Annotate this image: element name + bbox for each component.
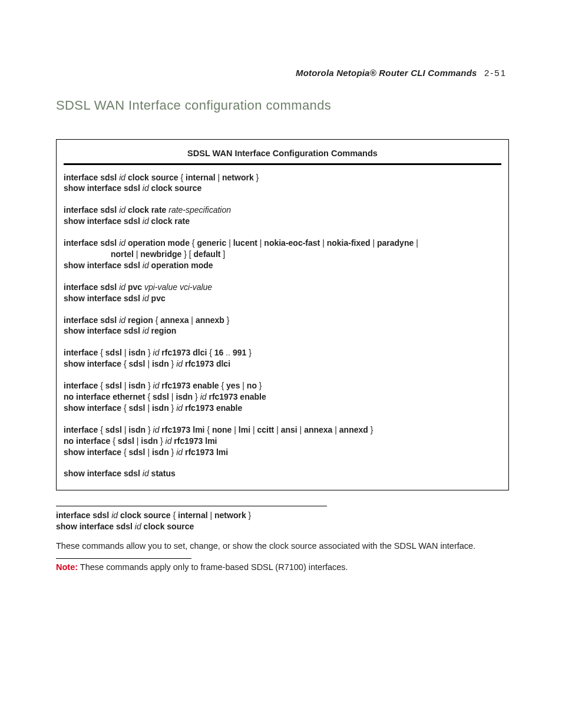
note-label: Note:	[56, 562, 78, 572]
command-group: interface { sdsl | isdn } id rfc1973 ena…	[64, 380, 501, 414]
command-line: interface sdsl id clock source { interna…	[64, 172, 501, 183]
note-rule	[56, 558, 191, 559]
command-line: show interface { sdsl | isdn } id rfc197…	[64, 447, 501, 458]
command-group: interface sdsl id clock rate rate-specif…	[64, 205, 501, 227]
running-header: Motorola Netopia® Router CLI Commands 2-…	[56, 68, 509, 78]
command-line: interface sdsl id pvc vpi-value vci-valu…	[64, 282, 501, 293]
command-line: show interface { sdsl | isdn } id rfc197…	[64, 403, 501, 414]
command-line: show interface { sdsl | isdn } id rfc197…	[64, 358, 501, 370]
command-group: interface { sdsl | isdn } id rfc1973 lmi…	[64, 424, 501, 458]
command-line: interface sdsl id region { annexa | anne…	[64, 315, 501, 326]
note-line: Note: These commands apply only to frame…	[56, 562, 509, 572]
subsection-command-lines: interface sdsl id clock source { interna…	[56, 510, 509, 532]
command-line: show interface sdsl id region	[64, 325, 501, 337]
command-group: show interface sdsl id status	[64, 468, 501, 479]
command-groups: interface sdsl id clock source { interna…	[64, 172, 501, 480]
subsection-rule	[56, 506, 327, 506]
subsection-command-line: show interface sdsl id clock source	[56, 521, 509, 532]
command-group: interface sdsl id pvc vpi-value vci-valu…	[64, 282, 501, 304]
subsection-description: These commands allow you to set, change,…	[56, 541, 509, 552]
box-title: SDSL WAN Interface Configuration Command…	[64, 148, 501, 160]
page-number: 2-51	[484, 68, 507, 78]
command-line: show interface sdsl id operation mode	[64, 260, 501, 271]
section-heading: SDSL WAN Interface configuration command…	[56, 98, 509, 113]
command-line: interface { sdsl | isdn } id rfc1973 lmi…	[64, 424, 501, 436]
box-title-rule	[64, 163, 501, 165]
command-line: no interface ethernet { sdsl | isdn } id…	[64, 391, 501, 403]
subsection-command-line: interface sdsl id clock source { interna…	[56, 510, 509, 521]
command-group: interface { sdsl | isdn } id rfc1973 dlc…	[64, 347, 501, 370]
command-line: nortel | newbridge } [ default ]	[64, 249, 501, 260]
command-line: show interface sdsl id status	[64, 468, 501, 479]
command-line: interface { sdsl | isdn } id rfc1973 ena…	[64, 380, 501, 391]
command-line: show interface sdsl id clock rate	[64, 216, 501, 227]
command-line: show interface sdsl id clock source	[64, 183, 501, 194]
command-group: interface sdsl id operation mode { gener…	[64, 238, 501, 271]
command-line: interface { sdsl | isdn } id rfc1973 dlc…	[64, 347, 501, 358]
command-line: interface sdsl id clock rate rate-specif…	[64, 205, 501, 216]
command-line: no interface { sdsl | isdn } id rfc1973 …	[64, 436, 501, 447]
command-line: interface sdsl id operation mode { gener…	[64, 238, 501, 249]
running-head-title: Motorola Netopia® Router CLI Commands	[296, 68, 477, 78]
command-summary-box: SDSL WAN Interface Configuration Command…	[56, 139, 509, 490]
command-line: show interface sdsl id pvc	[64, 293, 501, 304]
command-group: interface sdsl id region { annexa | anne…	[64, 315, 501, 337]
command-group: interface sdsl id clock source { interna…	[64, 172, 501, 195]
note-text: These commands apply only to frame-based…	[78, 562, 348, 572]
